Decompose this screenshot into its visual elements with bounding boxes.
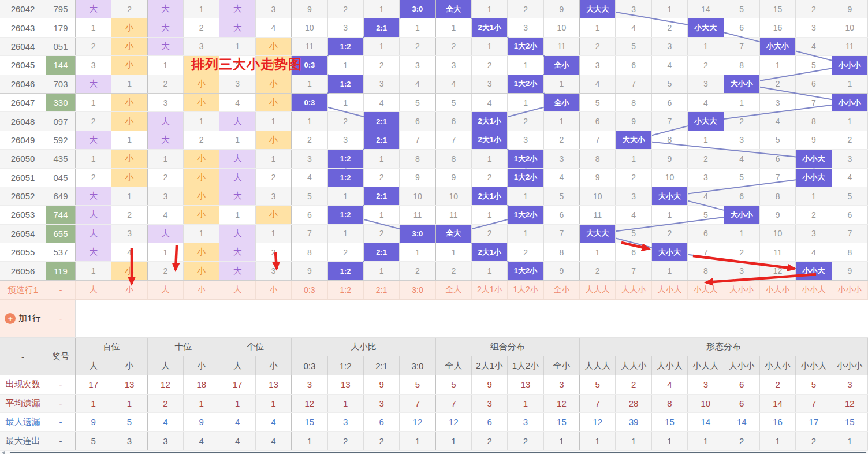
preselect-cell[interactable]: 1大2小	[508, 281, 543, 299]
trend-cell: 7	[436, 131, 472, 149]
trend-cell: 2	[472, 169, 508, 187]
preselect-cell[interactable]: 全小	[544, 281, 580, 299]
column-subheader: 大大大	[580, 356, 616, 375]
trend-cell: 0:3	[292, 94, 327, 111]
trend-row: 260510452小2小大241:229921大2小49210357小小大4	[0, 169, 868, 187]
trend-cell: 1:2	[328, 38, 364, 55]
trend-cell: 小	[184, 94, 219, 111]
scrollbar-thumb[interactable]	[10, 452, 866, 453]
stats-value-cell: 15	[292, 413, 327, 431]
trend-cell: 6	[544, 206, 580, 224]
stats-value-cell: 1	[76, 395, 111, 413]
trend-cell: 8	[760, 187, 796, 205]
preselect-cell[interactable]: 小小小	[832, 281, 868, 299]
trend-cell: 1	[76, 18, 111, 36]
preselect-cell[interactable]: 大小大	[652, 281, 688, 299]
trend-cell: 2	[436, 262, 472, 280]
trend-cell: 7	[400, 131, 435, 149]
preselect-cell[interactable]: 1:2	[328, 281, 364, 299]
trend-cell: 1	[508, 225, 543, 243]
stats-value-cell: 3	[292, 375, 327, 394]
stats-value-cell: 1	[580, 432, 616, 451]
trend-cell: 6	[724, 187, 760, 205]
stats-value-cell: 14	[724, 413, 760, 431]
trend-cell: 小	[184, 206, 219, 224]
stats-value-cell: 3	[544, 375, 580, 394]
preselect-cell[interactable]: 3:0	[400, 281, 435, 299]
trend-cell: 小	[184, 75, 219, 93]
trend-cell: 12	[760, 262, 796, 280]
stats-value-cell: 16	[760, 413, 796, 431]
stats-row: 最大连出-5334441221122111112121	[0, 432, 868, 451]
preselect-cell[interactable]: 大	[76, 281, 111, 299]
trend-cell: 3	[76, 56, 111, 74]
preselect-cell[interactable]: 大大小	[616, 281, 651, 299]
trend-cell: 2	[328, 243, 364, 261]
preselect-cell[interactable]: 小大小	[760, 281, 796, 299]
trend-cell: 2	[724, 112, 760, 130]
stats-value-cell: 3	[832, 375, 868, 394]
trend-cell: 大	[219, 112, 255, 130]
preselect-cell[interactable]: 大	[219, 281, 255, 299]
trend-cell: 9	[292, 0, 327, 18]
stats-row-label: 最大遗漏	[0, 413, 46, 431]
trend-cell: 8	[580, 150, 616, 168]
trend-cell: 1	[724, 225, 760, 243]
horizontal-scrollbar[interactable]	[0, 451, 868, 454]
trend-cell: 4	[400, 75, 435, 93]
stats-value-cell: 5	[436, 375, 472, 394]
trend-cell: 3	[580, 56, 616, 74]
trend-cell: 1	[328, 94, 364, 111]
trend-cell: 3:0	[400, 225, 435, 243]
column-subheader: 小	[184, 356, 219, 375]
trend-cell: 1	[544, 112, 580, 130]
trend-cell: 1	[580, 18, 616, 36]
trend-cell: 8	[616, 94, 651, 111]
preselect-cell[interactable]: 小小大	[796, 281, 832, 299]
stats-value-cell: 3	[328, 413, 364, 431]
trend-cell: 6	[436, 112, 472, 130]
trend-cell: 3	[148, 94, 184, 111]
trend-cell: 小	[111, 169, 147, 187]
period-cell: 26046	[0, 75, 46, 93]
stats-value-cell: 5	[76, 432, 111, 451]
trend-cell: 7	[652, 112, 688, 130]
preselect-cell[interactable]: 小	[111, 281, 147, 299]
trend-cell: 大	[219, 150, 255, 168]
preselect-cell[interactable]: 大	[148, 281, 184, 299]
preselect-cell[interactable]: 2大1小	[472, 281, 508, 299]
trend-cell: 大小小	[724, 206, 760, 224]
stats-value-cell: 6	[724, 395, 760, 413]
stats-prize-cell: -	[46, 395, 76, 413]
preselect-cell[interactable]: 小大大	[688, 281, 724, 299]
trend-cell: 1	[472, 262, 508, 280]
trend-cell: 2	[364, 56, 400, 74]
stats-value-cell: 18	[184, 375, 219, 394]
preselect-cell[interactable]: 大大大	[580, 281, 616, 299]
trend-cell: 1	[472, 206, 508, 224]
trend-cell: 3	[724, 131, 760, 149]
trend-cell: 1大2小	[508, 169, 543, 187]
trend-cell: 1:2	[328, 262, 364, 280]
trend-cell: 2	[724, 243, 760, 261]
trend-cell: 7	[724, 38, 760, 55]
preselect-cell[interactable]: 大小小	[724, 281, 760, 299]
trend-cell: 1	[508, 187, 543, 205]
trend-cell: 7	[292, 225, 327, 243]
prize-cell: 703	[46, 75, 76, 93]
preselect-cell[interactable]: 0:3	[292, 281, 327, 299]
stats-value-cell: 2	[364, 432, 400, 451]
period-cell: 26055	[0, 243, 46, 261]
trend-cell: 小	[256, 75, 292, 93]
trend-cell: 3	[436, 56, 472, 74]
preselect-cell[interactable]: 2:1	[364, 281, 400, 299]
preselect-cell[interactable]: 小	[184, 281, 219, 299]
preselect-cell[interactable]: 小	[256, 281, 292, 299]
preselect-cell[interactable]: 全大	[436, 281, 472, 299]
stats-value-cell: 17	[219, 375, 255, 394]
trend-cell: 1	[688, 131, 724, 149]
scrollbar-left-arrow-icon[interactable]	[2, 451, 5, 454]
add-row-button[interactable]: +加1行	[0, 300, 46, 337]
stats-header: -奖号百位十位个位大小比组合分布形态分布大小大小大小0:31:22:13:0全大…	[0, 338, 868, 375]
trend-cell: 大	[76, 75, 111, 93]
